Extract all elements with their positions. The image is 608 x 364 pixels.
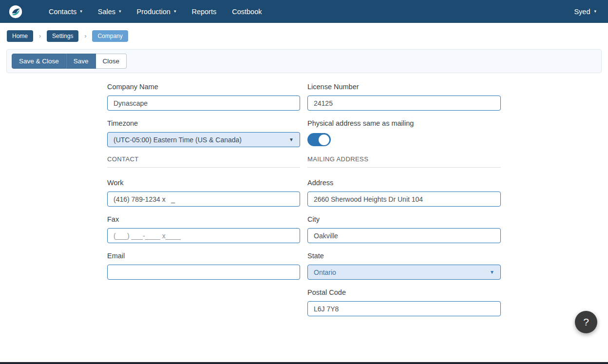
chevron-down-icon: ▼ [490,269,494,275]
question-mark-icon: ? [583,316,589,328]
chevron-down-icon: ▼ [289,137,294,142]
field-timezone: Timezone (UTC-05:00) Eastern Time (US & … [107,119,300,147]
user-menu-label: Syed [574,8,590,16]
form-left-column: Company Name Timezone (UTC-05:00) Easter… [107,82,300,288]
bottom-edge-strip [0,362,608,364]
breadcrumb-company[interactable]: Company [92,30,128,42]
email-input[interactable] [107,265,300,280]
chevron-right-icon: › [39,33,41,39]
field-fax: Fax [107,215,300,243]
physical-same-toggle[interactable] [307,133,331,146]
state-select[interactable]: Ontario ▼ [307,265,501,280]
field-address: Address [307,178,501,207]
license-number-input[interactable] [307,96,501,111]
email-label: Email [107,251,300,260]
timezone-selected-value: (UTC-05:00) Eastern Time (US & Canada) [114,136,242,144]
nav-contacts[interactable]: Contacts ▾ [41,0,90,23]
postal-code-label: Postal Code [307,288,501,297]
field-license-number: License Number [307,82,501,111]
postal-code-input[interactable] [307,301,501,316]
field-company-name: Company Name [107,82,300,111]
breadcrumb-home[interactable]: Home [7,30,33,42]
chevron-down-icon: ▾ [80,9,82,14]
chevron-right-icon: › [84,33,86,39]
nav-contacts-label: Contacts [49,8,76,16]
breadcrumb: Home › Settings › Company [0,23,608,42]
company-settings-form: Company Name Timezone (UTC-05:00) Easter… [0,73,608,82]
nav-costbook[interactable]: Costbook [224,0,269,23]
nav-costbook-label: Costbook [232,8,262,16]
toolbar-button-group: Save & Close Save Close [12,54,127,69]
mailing-address-section-header: MAILING ADDRESS [307,155,501,168]
nav-sales[interactable]: Sales ▾ [90,0,129,23]
user-menu[interactable]: Syed ▾ [571,8,599,16]
license-number-label: License Number [307,82,501,91]
chevron-down-icon: ▾ [119,9,121,14]
save-and-close-button[interactable]: Save & Close [12,54,66,69]
fax-label: Fax [107,215,300,224]
physical-same-label: Physical address same as mailing [307,119,501,128]
field-city: City [307,215,501,243]
save-button[interactable]: Save [66,54,96,69]
company-name-label: Company Name [107,82,300,91]
nav-production-label: Production [137,8,171,16]
close-button[interactable]: Close [96,54,127,69]
app-logo[interactable] [9,5,22,19]
field-postal-code: Postal Code [307,288,501,316]
field-work-phone: Work [107,178,300,207]
work-phone-input[interactable] [107,192,300,207]
state-selected-value: Ontario [314,268,336,276]
state-label: State [307,251,501,260]
chevron-down-icon: ▾ [594,9,596,14]
nav-sales-label: Sales [98,8,115,16]
nav-reports-label: Reports [191,8,216,16]
timezone-select[interactable]: (UTC-05:00) Eastern Time (US & Canada) ▼ [107,132,300,147]
form-right-column: License Number Physical address same as … [307,82,501,325]
address-input[interactable] [307,192,501,207]
toggle-knob [319,134,329,145]
city-label: City [307,215,501,224]
field-state: State Ontario ▼ [307,251,501,280]
nav-reports[interactable]: Reports [184,0,224,23]
help-button[interactable]: ? [575,311,597,333]
fax-input[interactable] [107,228,300,243]
work-phone-label: Work [107,178,300,187]
top-navbar: Contacts ▾ Sales ▾ Production ▾ Reports … [0,0,608,23]
timezone-label: Timezone [107,119,300,128]
contact-section-header: CONTACT [107,155,300,168]
logo-icon [9,5,22,19]
chevron-down-icon: ▾ [174,9,176,14]
address-label: Address [307,178,501,187]
company-name-input[interactable] [107,96,300,111]
field-email: Email [107,251,300,280]
nav-production[interactable]: Production ▾ [129,0,184,23]
toolbar: Save & Close Save Close [6,49,602,73]
city-input[interactable] [307,228,501,243]
breadcrumb-settings[interactable]: Settings [47,30,78,42]
field-physical-same: Physical address same as mailing [307,119,501,147]
toggle-row [307,132,501,147]
